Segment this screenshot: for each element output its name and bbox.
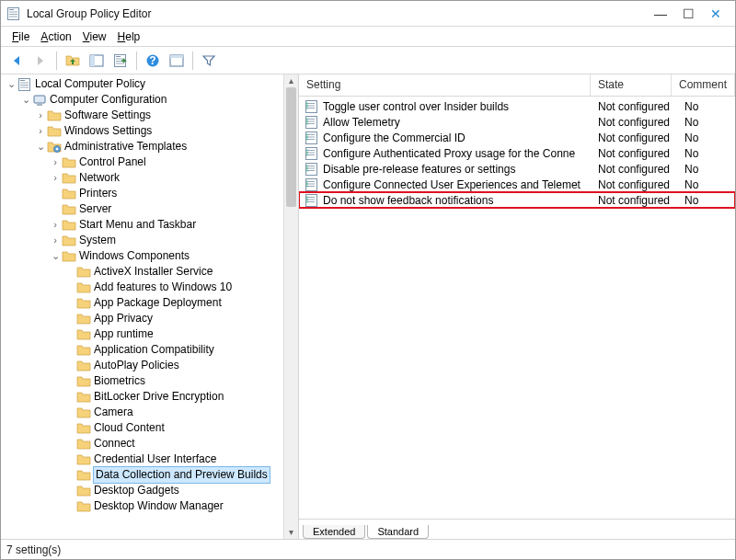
- tree-item[interactable]: Desktop Gadgets: [5, 483, 283, 498]
- folder-icon: [76, 374, 91, 389]
- chevron-right-icon[interactable]: ›: [49, 233, 62, 248]
- setting-row[interactable]: Do not show feedback notificationsNot co…: [299, 192, 735, 208]
- tree-item[interactable]: App Privacy: [5, 311, 283, 326]
- tree-item[interactable]: ⌄Administrative Templates: [5, 139, 283, 154]
- scroll-thumb[interactable]: [286, 87, 296, 207]
- toolbar-separator: [56, 51, 57, 70]
- tree-label: Windows Settings: [64, 123, 152, 139]
- back-button[interactable]: [6, 51, 27, 71]
- setting-name: Configure Connected User Experiences and…: [323, 178, 581, 191]
- properties-icon: [169, 53, 184, 68]
- setting-comment: No: [672, 178, 735, 191]
- tree-item[interactable]: Biometrics: [5, 373, 283, 389]
- help-button[interactable]: ?: [143, 51, 163, 71]
- tree-item[interactable]: Server: [5, 201, 283, 217]
- tree-item[interactable]: ⌄Computer Configuration: [5, 92, 283, 108]
- setting-state: Not configured: [591, 178, 672, 191]
- close-button[interactable]: ✕: [702, 6, 730, 21]
- tree-label: System: [79, 233, 116, 248]
- setting-icon: [305, 146, 319, 161]
- tree-item[interactable]: Credential User Interface: [5, 451, 283, 467]
- setting-row[interactable]: Disable pre-release features or settings…: [299, 161, 735, 177]
- tree-label: Connect: [94, 436, 135, 451]
- chevron-right-icon[interactable]: ›: [34, 123, 47, 139]
- menu-action[interactable]: Action: [35, 30, 76, 43]
- setting-row[interactable]: Configure the Commercial IDNot configure…: [299, 130, 735, 145]
- tree-item[interactable]: ›Control Panel: [5, 154, 283, 170]
- tree-item[interactable]: Connect: [5, 436, 283, 451]
- chevron-down-icon[interactable]: ⌄: [34, 139, 47, 154]
- forward-button[interactable]: [30, 51, 51, 71]
- tree-label: Control Panel: [79, 154, 146, 170]
- folder-icon: [76, 359, 91, 373]
- tree-item[interactable]: Cloud Content: [5, 420, 283, 436]
- tree-item[interactable]: Camera: [5, 405, 283, 420]
- up-button[interactable]: [63, 51, 83, 71]
- filter-button[interactable]: [199, 51, 219, 71]
- setting-icon: [305, 193, 319, 208]
- folder-icon: [76, 421, 91, 436]
- chevron-right-icon[interactable]: ›: [49, 154, 62, 170]
- setting-row[interactable]: Configure Connected User Experiences and…: [299, 177, 735, 192]
- folder-icon: [76, 312, 91, 326]
- folder-icon: [62, 202, 76, 217]
- tree-item[interactable]: ›Network: [5, 170, 283, 186]
- setting-row[interactable]: Configure Authenticated Proxy usage for …: [299, 145, 735, 161]
- tree-label: Biometrics: [94, 373, 145, 389]
- folder-icon: [62, 187, 76, 201]
- tree-item[interactable]: ⌄Local Computer Policy: [5, 76, 283, 92]
- folder-icon: [76, 390, 91, 405]
- tree-item[interactable]: AutoPlay Policies: [5, 358, 283, 373]
- chevron-right-icon[interactable]: ›: [49, 170, 62, 186]
- setting-comment: No: [672, 100, 735, 113]
- tree-item[interactable]: Add features to Windows 10: [5, 280, 283, 295]
- scroll-up-icon[interactable]: ▴: [284, 74, 298, 87]
- maximize-button[interactable]: ☐: [674, 6, 702, 21]
- tree-item[interactable]: ›Software Settings: [5, 108, 283, 123]
- menubar: File Action View Help: [1, 27, 735, 47]
- tree-item[interactable]: App Package Deployment: [5, 295, 283, 311]
- show-hide-tree-button[interactable]: [86, 51, 107, 71]
- tree-label: Server: [79, 201, 111, 217]
- tree-item[interactable]: Printers: [5, 186, 283, 201]
- chevron-right-icon[interactable]: ›: [49, 217, 62, 233]
- tree-scrollbar[interactable]: ▴ ▾: [283, 74, 298, 539]
- tree-item[interactable]: Application Compatibility: [5, 342, 283, 358]
- col-comment[interactable]: Comment: [672, 74, 735, 96]
- menu-view[interactable]: View: [77, 30, 112, 43]
- list-header: Setting State Comment: [299, 74, 735, 97]
- export-button[interactable]: [110, 51, 131, 71]
- properties-button[interactable]: [167, 51, 187, 71]
- tree-item[interactable]: App runtime: [5, 326, 283, 342]
- tree-item[interactable]: ›Start Menu and Taskbar: [5, 217, 283, 233]
- setting-row[interactable]: Toggle user control over Insider buildsN…: [299, 98, 735, 114]
- tree-item[interactable]: ActiveX Installer Service: [5, 264, 283, 280]
- col-state[interactable]: State: [591, 74, 672, 96]
- minimize-button[interactable]: —: [647, 6, 674, 21]
- scroll-down-icon[interactable]: ▾: [284, 526, 298, 539]
- setting-icon: [305, 115, 319, 130]
- tree-item[interactable]: ›Windows Settings: [5, 123, 283, 139]
- tab-standard[interactable]: Standard: [367, 525, 429, 539]
- chevron-down-icon[interactable]: ⌄: [5, 76, 17, 92]
- settings-list[interactable]: Toggle user control over Insider buildsN…: [299, 97, 735, 519]
- setting-row[interactable]: Allow TelemetryNot configuredNo: [299, 114, 735, 130]
- chevron-down-icon[interactable]: ⌄: [49, 248, 62, 264]
- tree-item[interactable]: BitLocker Drive Encryption: [5, 389, 283, 405]
- tree-item[interactable]: ⌄Windows Components: [5, 248, 283, 264]
- menu-help[interactable]: Help: [112, 30, 146, 43]
- tree-item[interactable]: ›System: [5, 233, 283, 248]
- policy-tree[interactable]: ⌄Local Computer Policy⌄Computer Configur…: [1, 74, 283, 539]
- tree-label: Desktop Window Manager: [94, 498, 224, 514]
- chevron-right-icon[interactable]: ›: [34, 108, 47, 123]
- tab-extended[interactable]: Extended: [303, 525, 365, 539]
- folder-adm-icon: [47, 140, 62, 154]
- tree-item[interactable]: Desktop Window Manager: [5, 498, 283, 514]
- tree-item[interactable]: Data Collection and Preview Builds: [5, 467, 283, 483]
- chevron-down-icon[interactable]: ⌄: [19, 92, 32, 108]
- menu-file[interactable]: File: [6, 30, 35, 43]
- col-setting[interactable]: Setting: [299, 74, 591, 96]
- help-icon: ?: [145, 53, 160, 68]
- window-title: Local Group Policy Editor: [27, 7, 647, 20]
- folder-icon: [62, 155, 76, 170]
